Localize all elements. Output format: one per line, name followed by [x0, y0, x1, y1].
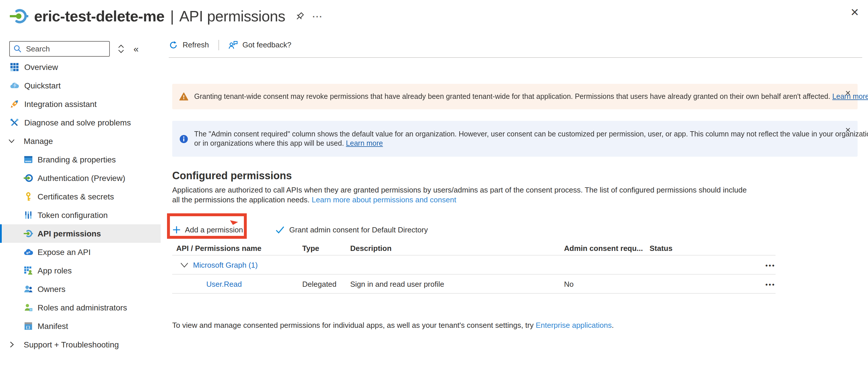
expand-chevron-icon[interactable]	[180, 262, 188, 267]
row-menu-icon[interactable]: •••	[766, 261, 776, 269]
more-actions-icon[interactable]: ···	[312, 11, 323, 21]
sidebar-item-label: Integration assistant	[24, 99, 97, 109]
feedback-label: Got feedback?	[242, 40, 291, 49]
sidebar-item-label: Authentication (Preview)	[37, 174, 125, 183]
microsoft-graph-link[interactable]: Microsoft Graph (1)	[193, 260, 258, 269]
sidebar: « Overview Quickstart	[0, 32, 161, 370]
warning-icon	[179, 92, 188, 101]
configured-permissions-heading: Configured permissions	[172, 169, 858, 182]
page-subtitle: API permissions	[180, 7, 285, 25]
sidebar-search	[9, 41, 110, 57]
close-blade-icon[interactable]: ×	[851, 5, 859, 19]
add-permission-button[interactable]: Add a permission	[172, 225, 243, 234]
overview-icon	[10, 62, 19, 72]
sidebar-item-label: Certificates & secrets	[37, 192, 114, 201]
sidebar-item-label: API permissions	[37, 229, 101, 238]
enterprise-applications-link[interactable]: Enterprise applications	[536, 321, 612, 330]
app-roles-icon	[24, 266, 33, 275]
column-header-name: API / Permissions name	[172, 244, 302, 253]
sidebar-section-manage[interactable]: Manage	[0, 132, 161, 150]
app-registration-icon	[10, 7, 28, 25]
quickstart-icon	[10, 81, 19, 90]
sidebar-item-manifest[interactable]: { } Manifest	[0, 317, 161, 335]
chevron-right-icon	[8, 341, 15, 348]
table-row: User.Read Delegated Sign in and read use…	[172, 275, 776, 294]
annotation-arrow	[230, 220, 239, 225]
roles-administrators-icon	[24, 303, 33, 312]
sidebar-item-app-roles[interactable]: App roles	[0, 261, 161, 280]
sliders-icon	[24, 210, 33, 220]
command-bar: Refresh Got feedback?	[169, 32, 862, 58]
page-title: eric-test-delete-me	[34, 7, 164, 25]
user-read-link[interactable]: User.Read	[206, 280, 242, 288]
info-banner: The "Admin consent required" column show…	[172, 121, 858, 157]
sidebar-item-quickstart[interactable]: Quickstart	[0, 76, 161, 95]
sidebar-section-support[interactable]: Support + Troubleshooting	[0, 335, 161, 354]
sidebar-item-overview[interactable]: Overview	[0, 58, 161, 76]
close-icon[interactable]: ×	[845, 88, 851, 98]
permissions-table: API / Permissions name Type Description …	[172, 242, 776, 294]
table-row: Microsoft Graph (1) •••	[172, 255, 776, 275]
collapse-sidebar-icon[interactable]: «	[133, 44, 139, 54]
app-permissions-blade: eric-test-delete-me | API permissions ··…	[0, 0, 868, 370]
sidebar-item-label: Token configuration	[37, 210, 108, 220]
plus-icon	[172, 225, 181, 234]
sidebar-section-label: Support + Troubleshooting	[24, 340, 119, 349]
permissions-consent-link[interactable]: Learn more about permissions and consent	[312, 195, 456, 204]
refresh-label: Refresh	[183, 40, 209, 49]
sidebar-item-api-permissions[interactable]: API permissions	[0, 224, 161, 243]
sidebar-item-integration-assistant[interactable]: Integration assistant	[0, 95, 161, 113]
footer-suffix: .	[612, 321, 614, 330]
sidebar-item-owners[interactable]: Owners	[0, 280, 161, 298]
main-panel: Refresh Got feedback?	[161, 32, 868, 370]
column-header-description: Description	[350, 244, 564, 253]
column-header-admin-consent: Admin consent requ...	[564, 244, 650, 253]
feedback-button[interactable]: Got feedback?	[228, 40, 291, 50]
sidebar-item-authentication[interactable]: Authentication (Preview)	[0, 169, 161, 187]
sidebar-item-certificates[interactable]: Certificates & secrets	[0, 187, 161, 206]
sidebar-item-token-configuration[interactable]: Token configuration	[0, 206, 161, 224]
row-menu-icon[interactable]: •••	[766, 281, 776, 288]
reorder-toggle-icon[interactable]	[117, 44, 125, 53]
description-line2: all the permissions the application need…	[172, 195, 310, 204]
add-permission-label: Add a permission	[185, 225, 243, 234]
column-header-status: Status	[650, 244, 752, 253]
rocket-icon	[10, 99, 19, 109]
grant-admin-consent-label: Grant admin consent for Default Director…	[289, 225, 428, 234]
sidebar-section-label: Manage	[24, 136, 53, 146]
feedback-icon	[228, 40, 238, 50]
sidebar-item-roles-and-administrators[interactable]: Roles and administrators	[0, 298, 161, 317]
title-separator: |	[170, 7, 174, 25]
cloud-gears-icon	[24, 247, 33, 257]
warning-banner: Granting tenant-wide consent may revoke …	[172, 84, 858, 109]
sidebar-item-branding[interactable]: www Branding & properties	[0, 150, 161, 169]
sidebar-item-label: Quickstart	[24, 81, 61, 90]
close-icon[interactable]: ×	[845, 125, 851, 135]
grant-admin-consent-button[interactable]: Grant admin consent for Default Director…	[275, 225, 428, 234]
svg-text:www: www	[25, 160, 31, 163]
sidebar-item-label: Branding & properties	[37, 155, 116, 164]
sidebar-item-expose-an-api[interactable]: Expose an API	[0, 243, 161, 261]
sidebar-item-label: Expose an API	[37, 247, 91, 257]
info-text-line2: or in organizations where this app will …	[194, 139, 344, 147]
chevron-down-icon	[8, 137, 15, 145]
pin-icon[interactable]	[294, 11, 304, 21]
branding-icon: www	[24, 155, 33, 164]
blade-header: eric-test-delete-me | API permissions ··…	[0, 0, 868, 32]
permissions-description: Applications are authorized to call APIs…	[172, 186, 858, 205]
owners-icon	[24, 284, 33, 294]
sidebar-item-label: Manifest	[37, 321, 68, 331]
table-header-row: API / Permissions name Type Description …	[172, 242, 776, 255]
toolbar-divider	[218, 40, 219, 50]
description-line1: Applications are authorized to call APIs…	[172, 186, 747, 194]
refresh-button[interactable]: Refresh	[169, 40, 209, 50]
sidebar-item-label: Owners	[37, 284, 65, 294]
info-learn-more-link[interactable]: Learn more	[346, 139, 383, 147]
sidebar-item-diagnose[interactable]: Diagnose and solve problems	[0, 113, 161, 132]
search-input[interactable]	[25, 42, 108, 56]
tools-icon	[10, 118, 19, 127]
key-icon	[24, 192, 33, 201]
permission-admin-consent: No	[564, 280, 650, 288]
search-icon	[13, 44, 22, 53]
warning-text: Granting tenant-wide consent may revoke …	[194, 92, 830, 101]
